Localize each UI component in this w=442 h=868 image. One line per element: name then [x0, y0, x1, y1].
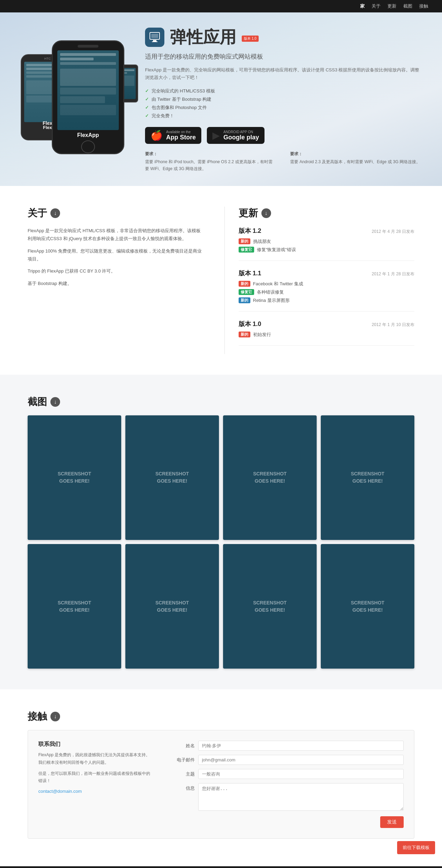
iphone-block-2 — [60, 88, 116, 95]
footer-watermark: 访问虫鱼社区bbs.xlenlao.com免费下载更多内容 — [0, 866, 442, 868]
contact-arrow-icon: ↓ — [50, 712, 60, 721]
email-row: 电子邮件 — [174, 755, 404, 765]
tag-v11-1: 新的 Facebook 和 Twitter 集成 — [239, 281, 415, 287]
tag-v11-3: 新的 Retina 显示屏图形 — [239, 297, 415, 304]
svg-rect-1 — [153, 40, 156, 41]
updates-arrow-icon: ↓ — [261, 208, 271, 218]
update-v12: 版本 1.2 2012 年 4 月 28 日发布 新的 挑战朋友 修复它 修复"… — [239, 227, 415, 261]
name-input[interactable] — [198, 741, 404, 751]
update-v12-tags: 新的 挑战朋友 修复它 修复"恢复游戏"错误 — [239, 238, 415, 254]
about-column: 关于 ↓ FlexApp 是一款完全响应式 HTML/CSS 模板，非常适合营销… — [28, 207, 204, 354]
updates-column: 更新 ↓ 版本 1.2 2012 年 4 月 28 日发布 新的 挑战朋友 修复… — [224, 207, 415, 354]
iphone-screen — [57, 50, 119, 130]
req-ios: 要求： 需要 iPhone 和 iPod touch。需要 iPhone OS … — [145, 151, 276, 172]
iphone-block-1 — [60, 69, 116, 86]
update-v10: 版本 1.0 2012 年 1 月 10 日发布 新的 初始发行 — [239, 320, 415, 346]
iphone-line-1 — [60, 53, 116, 56]
email-input[interactable] — [198, 755, 404, 765]
htc-label: HTC — [44, 57, 51, 60]
main-nav: 家 关于 更新 截图 接触 — [0, 0, 442, 12]
screenshot-3[interactable]: SCREENSHOTGOES HERE! — [223, 415, 317, 540]
hero-title-row: 弹性应用 版本 1.0 — [145, 26, 421, 48]
store-buttons: 🍎 Available on the App Store ▶ ANDROID A… — [145, 127, 421, 144]
nav-about[interactable]: 关于 — [372, 3, 381, 9]
contact-para-1: FlexApp 是免费的，因此很遗憾我们无法为其提供基本支持。我们根本没有时间回… — [38, 751, 153, 766]
iphone-block-3 — [60, 96, 105, 103]
about-para-1: FlexApp 是一款完全响应式 HTML/CSS 模板，非常适合营销您的移动应… — [28, 227, 204, 243]
update-v10-tags: 新的 初始发行 — [239, 332, 415, 338]
monitor-icon — [148, 31, 161, 43]
contact-left-panel: 联系我们 FlexApp 是免费的，因此很遗憾我们无法为其提供基本支持。我们根本… — [38, 741, 153, 828]
submit-button[interactable]: 发送 — [380, 816, 404, 828]
screenshot-1[interactable]: SCREENSHOTGOES HERE! — [28, 415, 121, 540]
feature-2: 由 Twitter 基于 Bootstrap 构建 — [145, 95, 421, 103]
form-actions: 发送 — [174, 815, 404, 828]
app-store-text: Available on the App Store — [166, 130, 196, 141]
google-play-text: ANDROID APP ON Google play — [223, 130, 259, 141]
svg-rect-2 — [152, 41, 157, 42]
screenshots-section: 截图 ↓ SCREENSHOTGOES HERE! SCREENSHOTGOES… — [0, 375, 442, 690]
app-store-button[interactable]: 🍎 Available on the App Store — [145, 127, 201, 144]
iphone-line-2 — [60, 58, 94, 60]
screenshot-8[interactable]: SCREENSHOTGOES HERE! — [321, 544, 414, 669]
feature-4: 完全免费！ — [145, 112, 421, 120]
contact-left-heading: 联系我们 — [38, 741, 153, 748]
iphone-block-4 — [60, 105, 116, 115]
nav-updates[interactable]: 更新 — [387, 3, 396, 9]
subject-row: 主题 — [174, 769, 404, 779]
name-label: 姓名 — [174, 743, 195, 749]
feature-3: 包含图像和 Photoshop 文件 — [145, 103, 421, 112]
subject-input[interactable] — [198, 769, 404, 779]
phone-iphone: FlexApp — [52, 40, 124, 154]
update-v11-tags: 新的 Facebook 和 Twitter 集成 修复它 各种错误修复 新的 R… — [239, 281, 415, 304]
tag-v12-1: 新的 挑战朋友 — [239, 238, 415, 245]
tag-v10-1: 新的 初始发行 — [239, 332, 415, 338]
update-v11: 版本 1.1 2012 年 1 月 28 日发布 新的 Facebook 和 T… — [239, 269, 415, 312]
screenshot-4[interactable]: SCREENSHOTGOES HERE! — [321, 415, 414, 540]
nav-screenshots[interactable]: 截图 — [403, 3, 412, 9]
svg-rect-3 — [151, 34, 158, 38]
update-v12-header: 版本 1.2 2012 年 4 月 28 日发布 — [239, 227, 415, 235]
tag-v12-2: 修复它 修复"恢复游戏"错误 — [239, 247, 415, 253]
contact-section: 接触 ↓ 联系我们 FlexApp 是免费的，因此很遗憾我们无法为其提供基本支持… — [0, 689, 442, 866]
contact-email-link[interactable]: contact@domain.com — [38, 789, 82, 794]
about-updates-section: 关于 ↓ FlexApp 是一款完全响应式 HTML/CSS 模板，非常适合营销… — [0, 186, 442, 375]
feature-1: 完全响应式的 HTML/CSS3 模板 — [145, 87, 421, 95]
contact-inner: 联系我们 FlexApp 是免费的，因此很遗憾我们无法为其提供基本支持。我们根本… — [38, 741, 404, 828]
screenshots-heading: 截图 ↓ — [28, 395, 414, 408]
two-column-layout: 关于 ↓ FlexApp 是一款完全响应式 HTML/CSS 模板，非常适合营销… — [28, 207, 414, 354]
name-row: 姓名 — [174, 741, 404, 751]
screenshot-2[interactable]: SCREENSHOTGOES HERE! — [125, 415, 219, 540]
contact-para-2: 但是，您可以联系我们，咨询一般业务问题或者报告模板中的错误！ — [38, 770, 153, 785]
message-textarea[interactable] — [198, 783, 404, 811]
iphone-home-btn — [81, 140, 95, 154]
screenshot-6[interactable]: SCREENSHOTGOES HERE! — [125, 544, 219, 669]
hero-content: 弹性应用 版本 1.0 适用于您的移动应用的免费响应式网站模板 FlexApp … — [138, 26, 421, 172]
screenshots-arrow-icon: ↓ — [50, 397, 60, 407]
contact-heading: 接触 ↓ — [28, 710, 414, 723]
about-para-2: FlexApp 100% 免费使用。您可以随意更改、编辑或修改模板，无论是免费项… — [28, 247, 204, 263]
nav-contact[interactable]: 接触 — [419, 3, 428, 9]
screenshot-5[interactable]: SCREENSHOTGOES HERE! — [28, 544, 121, 669]
htc-app-label: Flex — [43, 125, 52, 130]
hero-subtitle: 适用于您的移动应用的免费响应式网站模板 — [145, 52, 421, 61]
apple-icon: 🍎 — [151, 130, 163, 141]
subject-label: 主题 — [174, 771, 195, 777]
about-arrow-icon: ↓ — [50, 208, 60, 218]
google-play-button[interactable]: ▶ ANDROID APP ON Google play — [207, 127, 265, 144]
about-para-4: 基于 Bootstrap 构建。 — [28, 279, 204, 287]
nav-home[interactable]: 家 — [360, 3, 365, 9]
contact-form: 姓名 电子邮件 主题 信息 发送 — [174, 741, 404, 828]
screenshots-grid: SCREENSHOTGOES HERE! SCREENSHOTGOES HERE… — [28, 415, 414, 669]
hero-title-text: 弹性应用 — [170, 26, 236, 48]
screenshot-7[interactable]: SCREENSHOTGOES HERE! — [223, 544, 317, 669]
updates-heading: 更新 ↓ — [239, 207, 415, 220]
hero-app-icon — [145, 28, 164, 47]
iphone-app-label: FlexApp — [77, 132, 99, 138]
update-v11-header: 版本 1.1 2012 年 1 月 28 日发布 — [239, 269, 415, 277]
tag-v11-2: 修复它 各种错误修复 — [239, 289, 415, 295]
req-android: 要求： 需要 Android 2.3 及更高版本，有时需要 WiFi、Edge … — [290, 151, 421, 172]
iphone-line-3 — [60, 62, 116, 65]
hero-description: FlexApp 是一款免费的、完全响应的网站模板，可用于营销您的移动应用程序。该… — [145, 66, 421, 81]
download-button[interactable]: 前往下载模板 — [397, 841, 435, 854]
